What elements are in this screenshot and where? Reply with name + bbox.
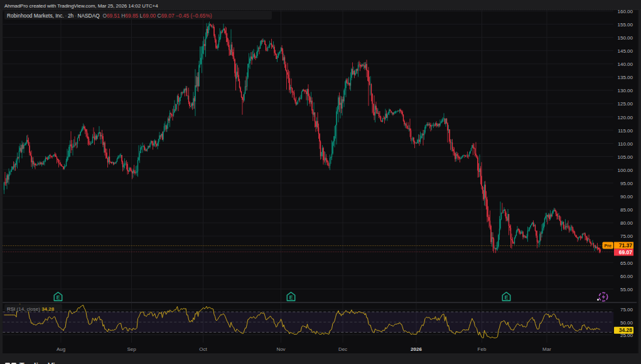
svg-text:Mar: Mar [542,346,551,352]
svg-text:Nov: Nov [276,346,285,352]
svg-text:Robinhood Markets, Inc. · 2h ·: Robinhood Markets, Inc. · 2h · NASDAQ O6… [7,13,212,19]
svg-text:65.00: 65.00 [620,260,633,266]
svg-text:75.00: 75.00 [620,307,633,313]
svg-text:105.00: 105.00 [618,154,633,160]
svg-text:E: E [57,294,60,301]
svg-text:71.37: 71.37 [619,242,633,249]
svg-text:60.00: 60.00 [620,274,633,279]
svg-text:TradingView: TradingView [19,361,66,364]
svg-text:140.00: 140.00 [618,62,633,67]
svg-text:100.00: 100.00 [618,168,633,173]
svg-text:80.00: 80.00 [620,220,633,226]
svg-text:75.00: 75.00 [620,233,633,239]
svg-text:E: E [505,294,509,301]
svg-text:50.00: 50.00 [620,320,633,326]
svg-text:Sep: Sep [127,346,136,352]
svg-text:130.00: 130.00 [618,88,633,94]
svg-text:90.00: 90.00 [620,194,633,200]
svg-text:69.07: 69.07 [619,249,633,255]
svg-text:120.00: 120.00 [618,115,633,120]
svg-text:Aug: Aug [57,346,65,352]
svg-text:155.00: 155.00 [618,22,633,28]
svg-text:125.00: 125.00 [618,101,633,107]
svg-text:2026: 2026 [411,346,422,352]
svg-text:E: E [289,294,293,301]
svg-text:145.00: 145.00 [618,48,633,54]
svg-text:Oct: Oct [199,346,207,352]
svg-text:Feb: Feb [478,346,487,352]
svg-text:55.00: 55.00 [620,287,633,292]
svg-text:85.00: 85.00 [620,207,633,213]
svg-text:34.28: 34.28 [619,327,633,333]
svg-text:Dec: Dec [338,346,347,352]
svg-text:150.00: 150.00 [618,35,633,41]
svg-text:135.00: 135.00 [618,75,633,80]
svg-text:115.00: 115.00 [618,128,633,134]
svg-text:95.00: 95.00 [620,181,633,186]
svg-text:RSI (14, close) 34.28: RSI (14, close) 34.28 [7,306,55,312]
svg-text:110.00: 110.00 [618,141,633,147]
svg-text:AhmadPro created with TradingV: AhmadPro created with TradingView.com, M… [4,3,158,9]
svg-text:Pre: Pre [605,244,611,248]
